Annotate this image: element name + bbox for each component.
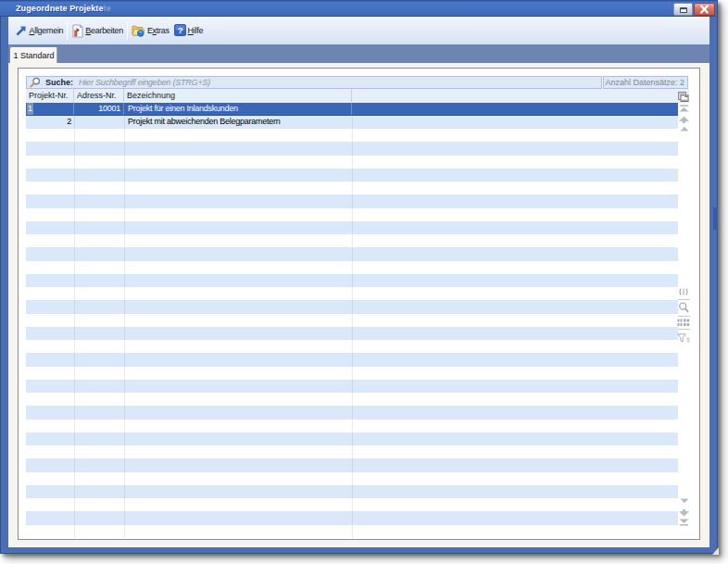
- svg-text:?: ?: [177, 25, 182, 35]
